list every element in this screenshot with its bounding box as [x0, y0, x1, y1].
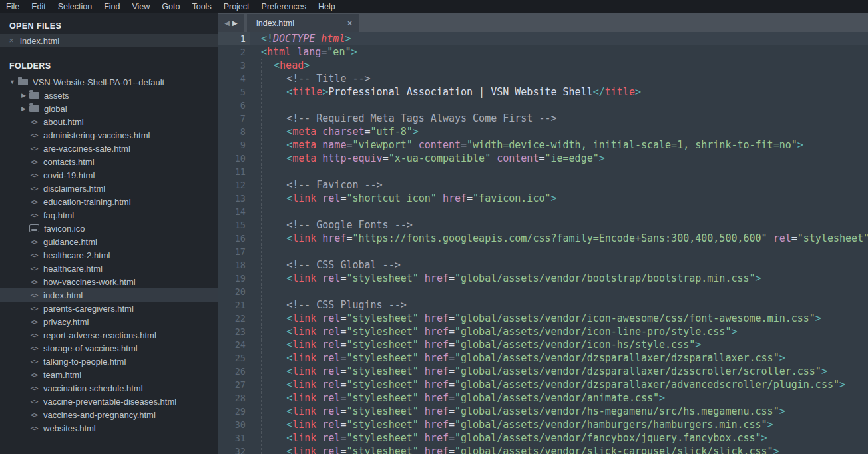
tree-item-assets[interactable]: ▶assets	[0, 89, 218, 102]
tree-item-global[interactable]: ▶global	[0, 102, 218, 115]
tree-item-index-html[interactable]: <>index.html	[0, 288, 218, 302]
tab-close-icon[interactable]: ×	[347, 19, 352, 28]
tree-item-team-html[interactable]: <>team.html	[0, 368, 218, 381]
line-number[interactable]: 25	[218, 351, 250, 365]
tree-item-vaccines-and-pregnancy-html[interactable]: <>vaccines-and-pregnancy.html	[0, 408, 218, 421]
code-line[interactable]: 10 <meta http-equiv="x-ua-compatible" co…	[218, 152, 868, 165]
line-number[interactable]: 5	[218, 85, 250, 99]
chevron-right-icon[interactable]: ▶	[19, 92, 28, 99]
close-icon[interactable]: ×	[7, 36, 16, 45]
line-number[interactable]: 29	[218, 405, 250, 418]
chevron-right-icon[interactable]: ▶	[19, 105, 28, 112]
tree-item-disclaimers-html[interactable]: <>disclaimers.html	[0, 182, 218, 195]
code-line[interactable]: 4 <!-- Title -->	[218, 72, 868, 85]
line-number[interactable]: 32	[218, 445, 250, 454]
line-number[interactable]: 22	[218, 312, 250, 325]
line-number[interactable]: 3	[218, 59, 250, 72]
code-line[interactable]: 26 <link rel="stylesheet" href="global/a…	[218, 365, 868, 378]
menu-item-tools[interactable]: Tools	[186, 1, 217, 13]
code-line[interactable]: 23 <link rel="stylesheet" href="global/a…	[218, 325, 868, 338]
tree-item-vaccination-schedule-html[interactable]: <>vaccination-schedule.html	[0, 381, 218, 395]
code-editor[interactable]: 1<!DOCTYPE html>2<html lang="en">3 <head…	[218, 32, 868, 454]
tree-item-report-adverse-reactions-html[interactable]: <>report-adverse-reactions.html	[0, 328, 218, 341]
line-number[interactable]: 6	[218, 99, 250, 112]
line-number[interactable]: 14	[218, 205, 250, 218]
code-line[interactable]: 11	[218, 165, 868, 178]
chevron-down-icon[interactable]: ▼	[8, 79, 17, 85]
tab-index-html[interactable]: index.html ×	[247, 14, 359, 32]
line-number[interactable]: 12	[218, 178, 250, 192]
line-number[interactable]: 10	[218, 152, 250, 165]
code-line[interactable]: 13 <link rel="shortcut icon" href="favic…	[218, 192, 868, 205]
code-line[interactable]: 28 <link rel="stylesheet" href="global/a…	[218, 391, 868, 405]
line-number[interactable]: 21	[218, 298, 250, 312]
code-line[interactable]: 21 <!-- CSS Plugins -->	[218, 298, 868, 312]
menu-item-view[interactable]: View	[126, 1, 156, 13]
line-number[interactable]: 7	[218, 112, 250, 125]
code-line[interactable]: 9 <meta name="viewport" content="width=d…	[218, 138, 868, 152]
menu-item-project[interactable]: Project	[218, 1, 256, 13]
line-number[interactable]: 24	[218, 338, 250, 351]
line-number[interactable]: 8	[218, 125, 250, 138]
tree-item-storage-of-vaccines-html[interactable]: <>storage-of-vaccines.html	[0, 341, 218, 355]
tree-item-vsn-website-shell-pa-01-default[interactable]: ▼VSN-Website-Shell-PA-01--default	[0, 75, 218, 89]
line-number[interactable]: 28	[218, 391, 250, 405]
tree-item-parents-caregivers-html[interactable]: <>parents-caregivers.html	[0, 302, 218, 315]
code-line[interactable]: 30 <link rel="stylesheet" href="global/a…	[218, 418, 868, 431]
code-line[interactable]: 15 <!-- Google Fonts -->	[218, 218, 868, 232]
line-number[interactable]: 16	[218, 232, 250, 245]
tree-item-are-vaccines-safe-html[interactable]: <>are-vaccines-safe.html	[0, 142, 218, 155]
code-line[interactable]: 2<html lang="en">	[218, 45, 868, 59]
code-line[interactable]: 1<!DOCTYPE html>	[218, 32, 868, 45]
code-line[interactable]: 6	[218, 99, 868, 112]
code-line[interactable]: 20	[218, 285, 868, 298]
tree-item-about-html[interactable]: <>about.html	[0, 115, 218, 128]
line-number[interactable]: 26	[218, 365, 250, 378]
code-line[interactable]: 5 <title>Professional Association | VSN …	[218, 85, 868, 99]
menu-item-file[interactable]: File	[0, 1, 25, 13]
menu-item-selection[interactable]: Selection	[52, 1, 98, 13]
line-number[interactable]: 2	[218, 45, 250, 59]
code-line[interactable]: 32 <link rel="stylesheet" href="global/a…	[218, 445, 868, 454]
open-file-item[interactable]: ×index.html	[0, 34, 218, 47]
tree-item-guidance-html[interactable]: <>guidance.html	[0, 235, 218, 248]
menu-item-edit[interactable]: Edit	[25, 1, 52, 13]
code-line[interactable]: 8 <meta charset="utf-8">	[218, 125, 868, 138]
code-line[interactable]: 22 <link rel="stylesheet" href="global/a…	[218, 312, 868, 325]
line-number[interactable]: 1	[218, 32, 250, 45]
code-line[interactable]: 14	[218, 205, 868, 218]
menu-item-help[interactable]: Help	[312, 1, 341, 13]
tree-item-websites-html[interactable]: <>websites.html	[0, 421, 218, 435]
tree-item-covid-19-html[interactable]: <>covid-19.html	[0, 168, 218, 182]
code-line[interactable]: 7 <!-- Required Meta Tags Always Come Fi…	[218, 112, 868, 125]
code-line[interactable]: 24 <link rel="stylesheet" href="global/a…	[218, 338, 868, 351]
tree-item-vaccine-preventable-diseases-html[interactable]: <>vaccine-preventable-diseases.html	[0, 395, 218, 408]
code-line[interactable]: 16 <link href="https://fonts.googleapis.…	[218, 232, 868, 245]
tree-item-how-vaccines-work-html[interactable]: <>how-vaccines-work.html	[0, 275, 218, 288]
code-line[interactable]: 12 <!-- Favicon -->	[218, 178, 868, 192]
tree-item-healthcare-2-html[interactable]: <>healthcare-2.html	[0, 248, 218, 262]
tree-item-education-training-html[interactable]: <>education-training.html	[0, 195, 218, 208]
code-line[interactable]: 18 <!-- CSS Global -->	[218, 258, 868, 272]
code-line[interactable]: 3 <head>	[218, 59, 868, 72]
line-number[interactable]: 9	[218, 138, 250, 152]
tab-nav-left-icon[interactable]: ◀	[224, 19, 230, 27]
tree-item-privacy-html[interactable]: <>privacy.html	[0, 315, 218, 328]
menu-item-goto[interactable]: Goto	[156, 1, 186, 13]
line-number[interactable]: 17	[218, 245, 250, 258]
menu-item-find[interactable]: Find	[98, 1, 126, 13]
line-number[interactable]: 15	[218, 218, 250, 232]
code-line[interactable]: 31 <link rel="stylesheet" href="global/a…	[218, 431, 868, 445]
code-line[interactable]: 29 <link rel="stylesheet" href="global/a…	[218, 405, 868, 418]
line-number[interactable]: 11	[218, 165, 250, 178]
tree-item-talking-to-people-html[interactable]: <>talking-to-people.html	[0, 355, 218, 368]
code-line[interactable]: 27 <link rel="stylesheet" href="global/a…	[218, 378, 868, 391]
line-number[interactable]: 18	[218, 258, 250, 272]
code-line[interactable]: 19 <link rel="stylesheet" href="global/a…	[218, 272, 868, 285]
code-line[interactable]: 25 <link rel="stylesheet" href="global/a…	[218, 351, 868, 365]
tree-item-contacts-html[interactable]: <>contacts.html	[0, 155, 218, 168]
tree-item-administering-vaccines-html[interactable]: <>administering-vaccines.html	[0, 128, 218, 142]
tree-item-favicon-ico[interactable]: favicon.ico	[0, 222, 218, 235]
line-number[interactable]: 19	[218, 272, 250, 285]
line-number[interactable]: 30	[218, 418, 250, 431]
